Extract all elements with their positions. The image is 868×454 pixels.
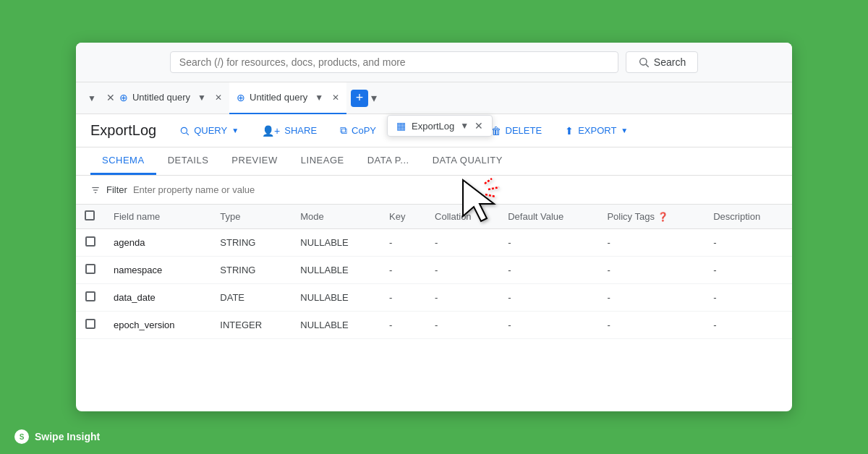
tab-schema[interactable]: SCHEMA — [90, 147, 156, 175]
policy-tags-header: Policy Tags — [607, 211, 655, 222]
row1-mode: NULLABLE — [292, 229, 380, 257]
preview-label: PREVIEW — [231, 155, 277, 166]
col-collation: Collation — [426, 205, 499, 229]
main-card: Search ▼ ✕ ⊕ Untitled query ▼ ✕ ⊕ Untitl… — [76, 43, 792, 411]
tab-1[interactable]: ✕ ⊕ Untitled query ▼ ✕ — [99, 82, 229, 114]
search-button[interactable]: Search — [626, 51, 698, 73]
svg-point-0 — [639, 59, 646, 65]
row2-mode: NULLABLE — [292, 257, 380, 284]
col-field-name: Field name — [105, 205, 211, 229]
copy-button[interactable]: ⧉ CoPY — [331, 120, 385, 141]
row4-type: INTEGER — [211, 312, 292, 339]
row2-tags: - — [598, 257, 705, 284]
export-icon: ⬆ — [565, 125, 574, 137]
row3-cb[interactable] — [85, 291, 95, 301]
search-icon — [638, 56, 650, 68]
row3-mode: NULLABLE — [292, 284, 380, 312]
row1-cb[interactable] — [85, 236, 95, 247]
add-tab-button[interactable]: + — [351, 90, 368, 107]
row4-mode: NULLABLE — [292, 312, 380, 339]
popup-tab-close[interactable]: ✕ — [475, 120, 483, 132]
tab2-label: Untitled query — [250, 92, 307, 103]
delete-label: DELETE — [506, 125, 542, 136]
row4-collation: - — [426, 312, 499, 339]
schema-table: Field name Type Mode Key Collation Defau… — [76, 205, 792, 339]
popup-tab-icon: ▦ — [396, 120, 406, 132]
brand-logo: S — [14, 429, 29, 444]
tab1-dropdown[interactable]: ▼ — [195, 93, 209, 103]
row4-cb[interactable] — [85, 319, 95, 329]
col-description: Description — [705, 205, 792, 229]
share-label: SHARE — [284, 125, 317, 136]
header-checkbox[interactable] — [76, 205, 105, 229]
svg-point-2 — [182, 127, 187, 133]
row2-collation: - — [426, 257, 499, 284]
row2-key: - — [380, 257, 426, 284]
data-p-label: DATA P... — [367, 155, 409, 166]
details-label: DETAILS — [168, 155, 209, 166]
export-button[interactable]: ⬆ EXPORT ▼ — [556, 121, 637, 141]
row3-desc: - — [705, 284, 792, 312]
footer-brand: S Swipe Insight — [14, 429, 100, 444]
filter-icon — [90, 185, 101, 195]
search-button-label: Search — [654, 56, 686, 68]
tab-details[interactable]: DETAILS — [156, 147, 221, 175]
tab-data-p[interactable]: DATA P... — [356, 147, 421, 175]
copy-label: CoPY — [352, 125, 376, 136]
row3-type: DATE — [211, 284, 292, 312]
row2-field: namespace — [105, 257, 211, 284]
export-log-popup-tab[interactable]: ▦ ExportLog ▼ ✕ — [387, 115, 493, 137]
row3-field: data_date — [105, 284, 211, 312]
share-button[interactable]: 👤+ SHARE — [253, 121, 326, 141]
help-icon[interactable]: ❓ — [658, 212, 668, 222]
tab2-dropdown[interactable]: ▼ — [312, 93, 326, 103]
filter-label: Filter — [106, 184, 127, 195]
query-icon — [179, 126, 190, 136]
tab1-icon: ✕ — [106, 92, 115, 103]
row1-key: - — [380, 229, 426, 257]
query-button[interactable]: QUERY ▼ — [171, 121, 247, 140]
row4-default: - — [499, 312, 598, 339]
table-title: ExportLog — [90, 122, 156, 139]
row4-desc: - — [705, 312, 792, 339]
row1-type: STRING — [211, 229, 292, 257]
row3-tags: - — [598, 284, 705, 312]
tab-arrow-left[interactable]: ▼ — [85, 93, 99, 103]
row3-default: - — [499, 284, 598, 312]
tab-2[interactable]: ⊕ Untitled query ▼ ✕ — [229, 82, 346, 114]
row2-type: STRING — [211, 257, 292, 284]
table-row: agenda STRING NULLABLE - - - - - — [76, 229, 792, 257]
table-row: data_date DATE NULLABLE - - - - - — [76, 284, 792, 312]
tab-lineage[interactable]: LINEAGE — [289, 147, 356, 175]
table-row: namespace STRING NULLABLE - - - - - — [76, 257, 792, 284]
query-label: QUERY — [194, 125, 227, 136]
export-dropdown-icon: ▼ — [621, 127, 628, 134]
lineage-label: LINEAGE — [301, 155, 344, 166]
share-icon: 👤+ — [262, 125, 280, 137]
popup-tab-label: ExportLog — [412, 121, 454, 132]
search-input-wrapper[interactable] — [170, 51, 618, 73]
export-label: EXPORT — [578, 125, 616, 136]
data-quality-label: DATA QUALITY — [433, 155, 503, 166]
row2-cb[interactable] — [85, 264, 95, 274]
search-input[interactable] — [179, 56, 609, 68]
filter-input[interactable] — [133, 184, 255, 195]
tab2-close[interactable]: ✕ — [332, 93, 339, 103]
col-policy-tags: Policy Tags ❓ — [598, 205, 705, 229]
row1-desc: - — [705, 229, 792, 257]
tab-preview[interactable]: PREVIEW — [220, 147, 289, 175]
col-default-value: Default Value — [499, 205, 598, 229]
popup-tab-dropdown[interactable]: ▼ — [460, 121, 469, 131]
row1-default: - — [499, 229, 598, 257]
table-row: epoch_version INTEGER NULLABLE - - - - - — [76, 312, 792, 339]
tab-more-button[interactable]: ▾ — [368, 91, 380, 105]
row2-desc: - — [705, 257, 792, 284]
svg-line-3 — [187, 132, 189, 134]
tab1-query-icon: ⊕ — [119, 92, 128, 103]
tab1-close[interactable]: ✕ — [215, 93, 222, 103]
row3-collation: - — [426, 284, 499, 312]
tab-data-quality[interactable]: DATA QUALITY — [421, 147, 514, 175]
copy-icon: ⧉ — [340, 124, 347, 137]
row4-key: - — [380, 312, 426, 339]
svg-line-1 — [646, 64, 649, 67]
